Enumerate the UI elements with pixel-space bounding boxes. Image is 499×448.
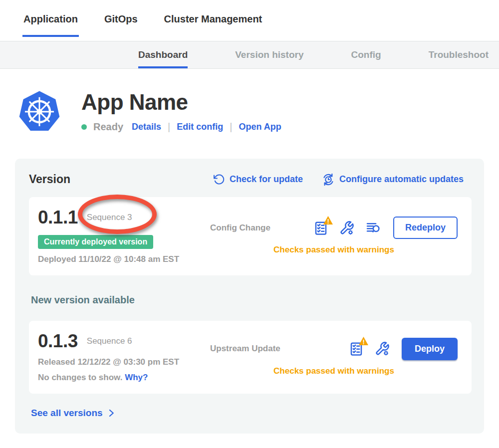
warning-triangle-icon: [323, 216, 333, 225]
see-all-versions-link[interactable]: See all versions: [31, 408, 472, 419]
see-all-versions-label: See all versions: [31, 408, 103, 419]
configure-automatic-updates-link[interactable]: Configure automatic updates: [322, 173, 464, 186]
current-version-source: Config Change: [210, 223, 270, 233]
app-status-row: Ready Details | Edit config | Open App: [81, 121, 281, 133]
checks-status-text[interactable]: Checks passed with warnings: [210, 366, 458, 376]
details-link[interactable]: Details: [132, 122, 161, 132]
app-header: App Name Ready Details | Edit config | O…: [0, 69, 499, 134]
check-for-update-link[interactable]: Check for update: [213, 174, 303, 186]
available-version-card: 0.1.3 Sequence 6 Released 12/12/22 @ 03:…: [29, 321, 472, 394]
currently-deployed-badge: Currently deployed version: [38, 235, 153, 249]
available-version-number: 0.1.3: [38, 331, 78, 352]
deploy-button[interactable]: Deploy: [402, 338, 458, 360]
current-sequence-label: Sequence 3: [87, 213, 132, 223]
auto-update-schedule-icon: [322, 173, 335, 186]
preflight-checks-icon[interactable]: [349, 341, 364, 357]
why-link[interactable]: Why?: [125, 373, 148, 382]
tab-config[interactable]: Config: [351, 41, 381, 68]
refresh-icon: [213, 174, 225, 186]
page-title: App Name: [81, 90, 281, 115]
divider: |: [168, 121, 170, 133]
kubernetes-logo-icon: [17, 89, 61, 134]
redeploy-button[interactable]: Redeploy: [393, 217, 458, 239]
tab-troubleshoot[interactable]: Troubleshoot: [429, 41, 489, 68]
current-version-card: 0.1.1 Sequence 3 Currently deployed vers…: [29, 197, 472, 275]
top-nav: Application GitOps Cluster Management: [0, 0, 499, 41]
view-files-icon[interactable]: [365, 221, 381, 235]
status-dot-icon: [81, 124, 87, 130]
current-version-number: 0.1.1: [38, 207, 78, 228]
deployed-timestamp: Deployed 11/10/22 @ 10:48 am EST: [38, 254, 210, 264]
available-sequence-label: Sequence 6: [87, 336, 132, 346]
edit-config-link[interactable]: Edit config: [177, 122, 223, 132]
version-panel: Version Check for update Configure: [15, 159, 484, 434]
edit-config-icon[interactable]: [339, 220, 354, 236]
no-changes-text: No changes to show.: [38, 373, 122, 382]
check-for-update-label: Check for update: [230, 174, 303, 185]
tab-cluster-management[interactable]: Cluster Management: [163, 13, 263, 37]
edit-config-icon[interactable]: [375, 341, 390, 357]
released-timestamp: Released 12/12/22 @ 03:30 pm EST: [38, 357, 210, 367]
available-version-source: Upstream Update: [210, 344, 280, 354]
tab-gitops[interactable]: GitOps: [103, 13, 139, 37]
warning-triangle-icon: [358, 336, 369, 346]
tab-version-history[interactable]: Version history: [235, 41, 303, 68]
tab-application[interactable]: Application: [22, 13, 79, 37]
tab-dashboard[interactable]: Dashboard: [138, 41, 188, 68]
chevron-right-icon: [107, 409, 116, 418]
status-badge: Ready: [93, 121, 123, 133]
app-sub-nav: Dashboard Version history Config Trouble…: [0, 41, 499, 69]
new-version-heading: New version available: [31, 294, 472, 306]
divider: |: [230, 121, 232, 133]
preflight-checks-icon[interactable]: [313, 220, 328, 236]
version-section-title: Version: [29, 173, 70, 186]
open-app-link[interactable]: Open App: [239, 122, 281, 132]
configure-automatic-updates-label: Configure automatic updates: [339, 174, 464, 185]
checks-status-text[interactable]: Checks passed with warnings: [210, 245, 458, 255]
